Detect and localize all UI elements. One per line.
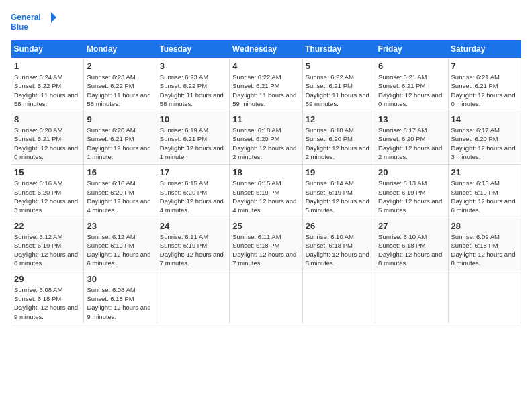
day-info: Sunrise: 6:22 AM Sunset: 6:21 PM Dayligh… [232,73,299,108]
day-cell: 15Sunrise: 6:16 AM Sunset: 6:20 PM Dayli… [11,165,84,218]
day-number: 12 [306,114,372,124]
day-cell: 12Sunrise: 6:18 AM Sunset: 6:20 PM Dayli… [302,111,375,165]
day-info: Sunrise: 6:11 AM Sunset: 6:19 PM Dayligh… [160,232,226,268]
day-info: Sunrise: 6:11 AM Sunset: 6:18 PM Dayligh… [232,232,299,268]
day-info: Sunrise: 6:08 AM Sunset: 6:18 PM Dayligh… [14,285,81,321]
day-number: 25 [232,221,299,231]
page-header: General Blue [11,11,521,35]
week-row-3: 15Sunrise: 6:16 AM Sunset: 6:20 PM Dayli… [11,165,521,218]
day-info: Sunrise: 6:12 AM Sunset: 6:19 PM Dayligh… [87,232,153,268]
day-info: Sunrise: 6:12 AM Sunset: 6:19 PM Dayligh… [14,232,81,268]
day-number: 9 [87,114,153,124]
calendar-table: SundayMondayTuesdayWednesdayThursdayFrid… [11,40,521,324]
day-cell: 6Sunrise: 6:21 AM Sunset: 6:21 PM Daylig… [375,58,448,111]
day-info: Sunrise: 6:18 AM Sunset: 6:20 PM Dayligh… [232,126,299,161]
day-cell: 8Sunrise: 6:20 AM Sunset: 6:21 PM Daylig… [11,111,84,165]
day-cell: 28Sunrise: 6:09 AM Sunset: 6:18 PM Dayli… [448,218,521,271]
svg-text:Blue: Blue [11,22,28,32]
day-info: Sunrise: 6:17 AM Sunset: 6:20 PM Dayligh… [451,126,518,161]
day-number: 6 [378,61,445,71]
day-number: 5 [306,61,372,71]
day-cell: 22Sunrise: 6:12 AM Sunset: 6:19 PM Dayli… [11,218,84,271]
day-info: Sunrise: 6:23 AM Sunset: 6:22 PM Dayligh… [160,73,226,108]
day-info: Sunrise: 6:16 AM Sunset: 6:20 PM Dayligh… [87,179,153,214]
day-cell: 5Sunrise: 6:22 AM Sunset: 6:21 PM Daylig… [302,58,375,111]
day-info: Sunrise: 6:08 AM Sunset: 6:18 PM Dayligh… [87,285,153,321]
day-cell: 9Sunrise: 6:20 AM Sunset: 6:21 PM Daylig… [84,111,157,165]
day-info: Sunrise: 6:18 AM Sunset: 6:20 PM Dayligh… [306,126,372,161]
day-number: 16 [87,167,153,177]
day-header-tuesday: Tuesday [157,40,229,58]
day-number: 29 [14,274,81,284]
day-number: 13 [378,114,445,124]
day-number: 20 [378,167,445,177]
day-cell: 1Sunrise: 6:24 AM Sunset: 6:22 PM Daylig… [11,58,84,111]
day-cell: 4Sunrise: 6:22 AM Sunset: 6:21 PM Daylig… [230,58,302,111]
day-cell: 25Sunrise: 6:11 AM Sunset: 6:18 PM Dayli… [230,218,302,271]
day-number: 24 [160,221,226,231]
day-cell: 30Sunrise: 6:08 AM Sunset: 6:18 PM Dayli… [84,271,157,324]
day-info: Sunrise: 6:13 AM Sunset: 6:19 PM Dayligh… [451,179,518,214]
day-info: Sunrise: 6:10 AM Sunset: 6:18 PM Dayligh… [378,232,445,268]
day-info: Sunrise: 6:14 AM Sunset: 6:19 PM Dayligh… [306,179,372,214]
day-cell: 23Sunrise: 6:12 AM Sunset: 6:19 PM Dayli… [84,218,157,271]
days-header-row: SundayMondayTuesdayWednesdayThursdayFrid… [11,40,521,58]
day-number: 1 [14,61,81,71]
day-number: 11 [232,114,299,124]
day-number: 18 [232,167,299,177]
day-info: Sunrise: 6:20 AM Sunset: 6:21 PM Dayligh… [14,126,81,161]
day-info: Sunrise: 6:17 AM Sunset: 6:20 PM Dayligh… [378,126,445,161]
svg-marker-2 [51,12,56,23]
day-number: 21 [451,167,518,177]
logo-svg: General Blue [11,11,58,35]
day-info: Sunrise: 6:15 AM Sunset: 6:20 PM Dayligh… [160,179,226,214]
day-info: Sunrise: 6:10 AM Sunset: 6:18 PM Dayligh… [306,232,372,268]
week-row-1: 1Sunrise: 6:24 AM Sunset: 6:22 PM Daylig… [11,58,521,111]
day-header-wednesday: Wednesday [230,40,302,58]
day-info: Sunrise: 6:16 AM Sunset: 6:20 PM Dayligh… [14,179,81,214]
day-cell [230,271,302,324]
day-cell [375,271,448,324]
day-info: Sunrise: 6:19 AM Sunset: 6:21 PM Dayligh… [160,126,226,161]
day-number: 10 [160,114,226,124]
day-number: 22 [14,221,81,231]
day-info: Sunrise: 6:13 AM Sunset: 6:19 PM Dayligh… [378,179,445,214]
day-cell: 19Sunrise: 6:14 AM Sunset: 6:19 PM Dayli… [302,165,375,218]
day-info: Sunrise: 6:22 AM Sunset: 6:21 PM Dayligh… [306,73,372,108]
day-cell: 14Sunrise: 6:17 AM Sunset: 6:20 PM Dayli… [448,111,521,165]
day-number: 26 [306,221,372,231]
day-number: 27 [378,221,445,231]
day-number: 15 [14,167,81,177]
day-cell: 11Sunrise: 6:18 AM Sunset: 6:20 PM Dayli… [230,111,302,165]
week-row-5: 29Sunrise: 6:08 AM Sunset: 6:18 PM Dayli… [11,271,521,324]
day-header-thursday: Thursday [302,40,375,58]
day-cell: 17Sunrise: 6:15 AM Sunset: 6:20 PM Dayli… [157,165,229,218]
day-info: Sunrise: 6:15 AM Sunset: 6:19 PM Dayligh… [232,179,299,214]
day-header-saturday: Saturday [448,40,521,58]
day-cell: 2Sunrise: 6:23 AM Sunset: 6:22 PM Daylig… [84,58,157,111]
day-number: 28 [451,221,518,231]
day-cell: 27Sunrise: 6:10 AM Sunset: 6:18 PM Dayli… [375,218,448,271]
day-cell [448,271,521,324]
day-cell: 18Sunrise: 6:15 AM Sunset: 6:19 PM Dayli… [230,165,302,218]
day-number: 19 [306,167,372,177]
week-row-2: 8Sunrise: 6:20 AM Sunset: 6:21 PM Daylig… [11,111,521,165]
day-header-friday: Friday [375,40,448,58]
day-number: 3 [160,61,226,71]
day-cell: 10Sunrise: 6:19 AM Sunset: 6:21 PM Dayli… [157,111,229,165]
day-number: 23 [87,221,153,231]
day-cell: 29Sunrise: 6:08 AM Sunset: 6:18 PM Dayli… [11,271,84,324]
day-cell: 20Sunrise: 6:13 AM Sunset: 6:19 PM Dayli… [375,165,448,218]
svg-text:General: General [11,13,41,22]
day-cell [157,271,229,324]
day-header-sunday: Sunday [11,40,84,58]
day-cell: 16Sunrise: 6:16 AM Sunset: 6:20 PM Dayli… [84,165,157,218]
day-cell: 24Sunrise: 6:11 AM Sunset: 6:19 PM Dayli… [157,218,229,271]
week-row-4: 22Sunrise: 6:12 AM Sunset: 6:19 PM Dayli… [11,218,521,271]
day-number: 2 [87,61,153,71]
day-info: Sunrise: 6:09 AM Sunset: 6:18 PM Dayligh… [451,232,518,268]
day-cell: 3Sunrise: 6:23 AM Sunset: 6:22 PM Daylig… [157,58,229,111]
day-header-monday: Monday [84,40,157,58]
day-info: Sunrise: 6:24 AM Sunset: 6:22 PM Dayligh… [14,73,81,108]
logo: General Blue [11,11,58,35]
